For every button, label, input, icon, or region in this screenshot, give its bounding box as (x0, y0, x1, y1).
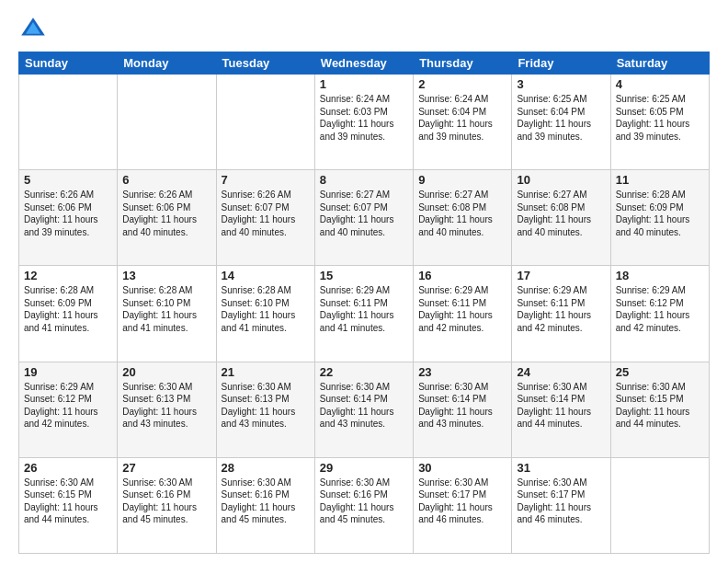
day-info: Sunrise: 6:30 AM Sunset: 6:13 PM Dayligh… (222, 381, 310, 431)
day-info: Sunrise: 6:30 AM Sunset: 6:13 PM Dayligh… (122, 381, 210, 431)
day-info: Sunrise: 6:30 AM Sunset: 6:16 PM Dayligh… (222, 477, 310, 526)
day-number: 9 (418, 173, 506, 187)
week-row-5: 26Sunrise: 6:30 AM Sunset: 6:15 PM Dayli… (19, 457, 710, 553)
day-info: Sunrise: 6:29 AM Sunset: 6:12 PM Dayligh… (616, 284, 704, 334)
day-number: 2 (418, 77, 506, 91)
day-number: 20 (122, 365, 210, 379)
day-number: 25 (616, 365, 704, 379)
calendar-cell: 1Sunrise: 6:24 AM Sunset: 6:03 PM Daylig… (314, 75, 413, 170)
calendar-cell: 21Sunrise: 6:30 AM Sunset: 6:13 PM Dayli… (216, 362, 314, 457)
day-info: Sunrise: 6:27 AM Sunset: 6:07 PM Dayligh… (320, 189, 408, 238)
day-header-friday: Friday (512, 52, 610, 75)
calendar-cell: 28Sunrise: 6:30 AM Sunset: 6:16 PM Dayli… (216, 457, 314, 553)
day-info: Sunrise: 6:30 AM Sunset: 6:14 PM Dayligh… (320, 381, 408, 431)
day-info: Sunrise: 6:25 AM Sunset: 6:04 PM Dayligh… (517, 93, 605, 143)
day-number: 23 (418, 365, 506, 379)
calendar-cell: 6Sunrise: 6:26 AM Sunset: 6:06 PM Daylig… (118, 170, 216, 266)
day-number: 18 (616, 269, 704, 282)
day-number: 21 (222, 365, 310, 379)
calendar-cell: 7Sunrise: 6:26 AM Sunset: 6:07 PM Daylig… (216, 170, 314, 266)
day-info: Sunrise: 6:28 AM Sunset: 6:10 PM Dayligh… (222, 284, 310, 334)
calendar-cell: 22Sunrise: 6:30 AM Sunset: 6:14 PM Dayli… (314, 362, 413, 457)
calendar-cell: 31Sunrise: 6:30 AM Sunset: 6:17 PM Dayli… (512, 457, 610, 553)
day-info: Sunrise: 6:26 AM Sunset: 6:07 PM Dayligh… (222, 189, 310, 238)
day-number: 26 (24, 461, 112, 475)
calendar-cell: 3Sunrise: 6:25 AM Sunset: 6:04 PM Daylig… (512, 75, 610, 170)
calendar-cell: 12Sunrise: 6:28 AM Sunset: 6:09 PM Dayli… (19, 266, 118, 362)
day-number: 8 (320, 173, 408, 187)
day-info: Sunrise: 6:30 AM Sunset: 6:17 PM Dayligh… (418, 477, 506, 526)
logo (18, 15, 51, 44)
calendar-table: SundayMondayTuesdayWednesdayThursdayFrid… (18, 52, 710, 554)
week-row-3: 12Sunrise: 6:28 AM Sunset: 6:09 PM Dayli… (19, 266, 710, 362)
day-header-sunday: Sunday (19, 52, 118, 75)
calendar-cell (118, 75, 216, 170)
day-header-saturday: Saturday (610, 52, 709, 75)
calendar-cell: 8Sunrise: 6:27 AM Sunset: 6:07 PM Daylig… (314, 170, 413, 266)
day-number: 6 (122, 173, 210, 187)
day-info: Sunrise: 6:27 AM Sunset: 6:08 PM Dayligh… (517, 189, 605, 238)
calendar-cell (610, 457, 709, 553)
day-info: Sunrise: 6:30 AM Sunset: 6:16 PM Dayligh… (122, 477, 210, 526)
calendar-cell: 2Sunrise: 6:24 AM Sunset: 6:04 PM Daylig… (414, 75, 512, 170)
day-number: 5 (24, 173, 112, 187)
day-info: Sunrise: 6:29 AM Sunset: 6:11 PM Dayligh… (418, 284, 506, 334)
day-info: Sunrise: 6:28 AM Sunset: 6:09 PM Dayligh… (24, 284, 112, 334)
day-number: 1 (320, 77, 408, 91)
day-info: Sunrise: 6:28 AM Sunset: 6:09 PM Dayligh… (616, 189, 704, 238)
week-row-4: 19Sunrise: 6:29 AM Sunset: 6:12 PM Dayli… (19, 362, 710, 457)
day-info: Sunrise: 6:25 AM Sunset: 6:05 PM Dayligh… (616, 93, 704, 143)
day-number: 14 (222, 269, 310, 282)
day-info: Sunrise: 6:29 AM Sunset: 6:12 PM Dayligh… (24, 381, 112, 431)
calendar-cell (216, 75, 314, 170)
day-number: 13 (122, 269, 210, 282)
day-header-monday: Monday (118, 52, 216, 75)
calendar-cell: 29Sunrise: 6:30 AM Sunset: 6:16 PM Dayli… (314, 457, 413, 553)
logo-icon (18, 15, 48, 44)
day-header-row: SundayMondayTuesdayWednesdayThursdayFrid… (19, 52, 710, 75)
day-info: Sunrise: 6:24 AM Sunset: 6:03 PM Dayligh… (320, 93, 408, 143)
calendar-cell: 15Sunrise: 6:29 AM Sunset: 6:11 PM Dayli… (314, 266, 413, 362)
day-number: 3 (517, 77, 605, 91)
day-number: 12 (24, 269, 112, 282)
day-number: 30 (418, 461, 506, 475)
calendar-cell: 19Sunrise: 6:29 AM Sunset: 6:12 PM Dayli… (19, 362, 118, 457)
calendar-cell: 10Sunrise: 6:27 AM Sunset: 6:08 PM Dayli… (512, 170, 610, 266)
week-row-2: 5Sunrise: 6:26 AM Sunset: 6:06 PM Daylig… (19, 170, 710, 266)
day-header-wednesday: Wednesday (314, 52, 413, 75)
day-info: Sunrise: 6:30 AM Sunset: 6:15 PM Dayligh… (24, 477, 112, 526)
day-info: Sunrise: 6:30 AM Sunset: 6:15 PM Dayligh… (616, 381, 704, 431)
day-header-thursday: Thursday (414, 52, 512, 75)
day-info: Sunrise: 6:30 AM Sunset: 6:16 PM Dayligh… (320, 477, 408, 526)
day-number: 4 (616, 77, 704, 91)
day-info: Sunrise: 6:26 AM Sunset: 6:06 PM Dayligh… (24, 189, 112, 238)
day-info: Sunrise: 6:30 AM Sunset: 6:17 PM Dayligh… (517, 477, 605, 526)
day-info: Sunrise: 6:30 AM Sunset: 6:14 PM Dayligh… (517, 381, 605, 431)
calendar-cell: 20Sunrise: 6:30 AM Sunset: 6:13 PM Dayli… (118, 362, 216, 457)
day-number: 27 (122, 461, 210, 475)
day-info: Sunrise: 6:27 AM Sunset: 6:08 PM Dayligh… (418, 189, 506, 238)
calendar-cell: 17Sunrise: 6:29 AM Sunset: 6:11 PM Dayli… (512, 266, 610, 362)
day-info: Sunrise: 6:24 AM Sunset: 6:04 PM Dayligh… (418, 93, 506, 143)
day-header-tuesday: Tuesday (216, 52, 314, 75)
calendar-cell: 13Sunrise: 6:28 AM Sunset: 6:10 PM Dayli… (118, 266, 216, 362)
calendar-cell: 26Sunrise: 6:30 AM Sunset: 6:15 PM Dayli… (19, 457, 118, 553)
day-number: 16 (418, 269, 506, 282)
header (18, 15, 710, 44)
day-info: Sunrise: 6:26 AM Sunset: 6:06 PM Dayligh… (122, 189, 210, 238)
day-number: 15 (320, 269, 408, 282)
calendar-cell: 25Sunrise: 6:30 AM Sunset: 6:15 PM Dayli… (610, 362, 709, 457)
calendar-cell (19, 75, 118, 170)
day-number: 10 (517, 173, 605, 187)
day-number: 19 (24, 365, 112, 379)
day-number: 11 (616, 173, 704, 187)
calendar-cell: 24Sunrise: 6:30 AM Sunset: 6:14 PM Dayli… (512, 362, 610, 457)
day-number: 31 (517, 461, 605, 475)
day-info: Sunrise: 6:29 AM Sunset: 6:11 PM Dayligh… (517, 284, 605, 334)
day-number: 22 (320, 365, 408, 379)
day-info: Sunrise: 6:28 AM Sunset: 6:10 PM Dayligh… (122, 284, 210, 334)
calendar-cell: 14Sunrise: 6:28 AM Sunset: 6:10 PM Dayli… (216, 266, 314, 362)
calendar-cell: 18Sunrise: 6:29 AM Sunset: 6:12 PM Dayli… (610, 266, 709, 362)
calendar-cell: 5Sunrise: 6:26 AM Sunset: 6:06 PM Daylig… (19, 170, 118, 266)
calendar-cell: 9Sunrise: 6:27 AM Sunset: 6:08 PM Daylig… (414, 170, 512, 266)
